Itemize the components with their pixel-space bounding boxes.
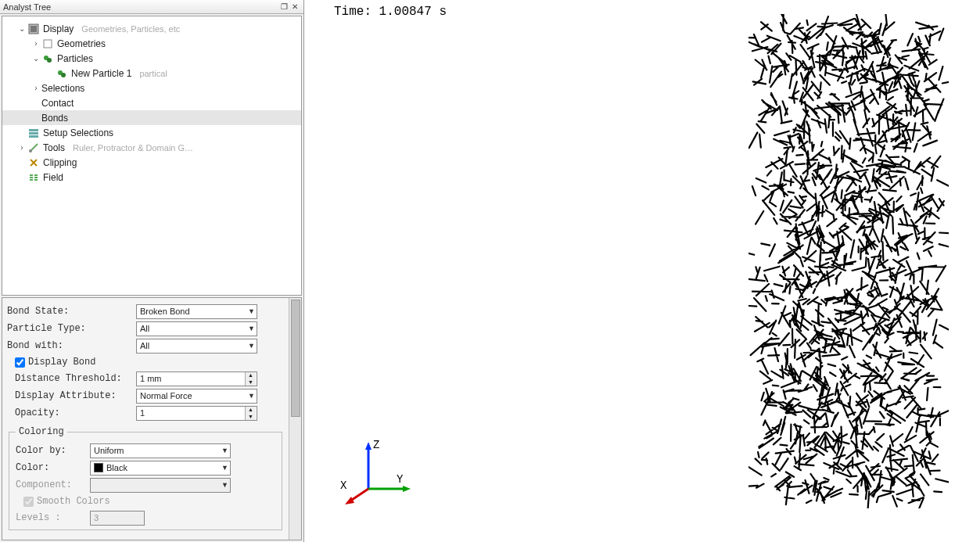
tree-item-display[interactable]: ⌄ Display Geometries, Particles, etc [2,21,301,36]
chevron-right-icon[interactable]: › [31,39,41,48]
component-label: Component: [16,479,90,490]
tools-icon [27,142,40,154]
particle-type-label: Particle Type: [7,323,136,334]
bond-state-dropdown[interactable]: Broken Bond ▼ [136,304,257,319]
chevron-down-icon: ▼ [248,325,255,332]
properties-pane: Bond State: Broken Bond ▼ Particle Type:… [2,297,302,540]
svg-rect-8 [29,132,38,135]
display-attribute-label: Display Attribute: [15,390,136,401]
svg-rect-7 [29,129,38,131]
axis-x-label: X [340,479,347,492]
viewport-3d[interactable]: Time: 1.00847 s Z Y X [304,0,980,542]
smooth-colors-checkbox [23,497,34,507]
tree-item-bonds[interactable]: · Bonds [2,110,301,125]
color-label: Color: [16,462,90,473]
particle-icon [56,67,68,80]
stepper-up-icon[interactable]: ▲ [245,407,256,414]
tree-item-tools[interactable]: › Tools Ruler, Protractor & Domain G… [2,140,301,155]
chevron-down-icon: ▼ [221,464,228,472]
svg-point-6 [61,73,66,77]
display-icon [27,23,40,35]
tree-item-clipping[interactable]: · Clipping [2,155,301,170]
svg-rect-9 [29,135,38,138]
chevron-right-icon[interactable]: › [31,84,41,92]
bond-with-dropdown[interactable]: All ▼ [136,339,257,354]
chevron-down-icon: ▼ [248,307,255,315]
stepper-up-icon[interactable]: ▲ [245,372,256,379]
stepper-down-icon[interactable]: ▼ [245,413,256,420]
svg-marker-14 [403,486,411,492]
undock-icon[interactable]: ❐ [278,2,289,13]
color-dropdown[interactable]: Black ▼ [90,461,231,476]
bond-visualization [748,14,949,508]
axis-y-label: Y [397,473,404,486]
smooth-colors-row: Smooth Colors [16,494,275,509]
tree-item-contact[interactable]: · Contact [2,95,301,110]
axis-z-label: Z [373,440,379,451]
levels-label: Levels : [16,512,90,523]
tree-item-setup-selections[interactable]: · Setup Selections [2,125,301,140]
tree-item-new-particle-1[interactable]: · New Particle 1 partical [2,66,301,81]
color-by-label: Color by: [16,445,90,456]
properties-scrollbar[interactable] [289,298,301,540]
color-by-dropdown[interactable]: Uniform ▼ [90,443,231,458]
svg-rect-2 [44,40,52,48]
svg-rect-1 [31,26,37,32]
geometries-icon [41,38,54,50]
display-bond-row[interactable]: Display Bond [7,354,284,370]
particle-type-dropdown[interactable]: All ▼ [136,321,257,336]
coloring-group: Coloring Color by: Uniform ▼ Color: Blac… [9,426,282,530]
distance-threshold-label: Distance Threshold: [15,373,136,384]
tree-item-geometries[interactable]: › Geometries [2,36,301,51]
levels-input: 3 [90,511,145,526]
component-dropdown: ▼ [90,478,231,493]
close-icon[interactable]: ✕ [289,2,300,13]
color-swatch-icon [94,463,103,472]
chevron-down-icon: ▼ [221,481,228,489]
bond-state-label: Bond State: [7,306,136,317]
field-icon [27,171,40,184]
panel-header: Analyst Tree ❐ ✕ [0,0,303,14]
chevron-down-icon[interactable]: ⌄ [16,24,27,33]
distance-threshold-input[interactable]: 1 mm ▲▼ [136,372,257,386]
chevron-down-icon: ▼ [248,342,255,350]
scrollbar-thumb[interactable] [291,300,300,417]
setup-selections-icon [27,127,40,139]
time-readout: Time: 1.00847 s [334,5,447,19]
svg-point-4 [47,58,52,63]
opacity-label: Opacity: [15,407,136,418]
svg-point-10 [29,149,32,153]
display-bond-checkbox[interactable] [15,357,25,368]
chevron-down-icon[interactable]: ⌄ [31,54,41,63]
tree-item-field[interactable]: · Field [2,170,301,185]
tree-view[interactable]: ⌄ Display Geometries, Particles, etc › G… [2,16,302,296]
display-attribute-dropdown[interactable]: Normal Force ▼ [136,389,257,404]
chevron-down-icon: ▼ [248,392,255,400]
opacity-input[interactable]: 1 ▲▼ [136,406,257,421]
particles-icon [41,52,54,65]
tree-item-particles[interactable]: ⌄ Particles [2,51,301,66]
axis-triad: Z Y X [336,440,414,511]
tree-item-selections[interactable]: › Selections [2,81,301,95]
bond-with-label: Bond with: [7,340,136,351]
panel-title: Analyst Tree [3,2,278,12]
clipping-icon [27,156,40,169]
chevron-right-icon[interactable]: › [16,143,27,152]
svg-marker-12 [365,442,372,450]
stepper-down-icon[interactable]: ▼ [245,379,256,386]
analyst-tree-panel: Analyst Tree ❐ ✕ ⌄ Display Geometries, P… [0,0,304,542]
chevron-down-icon: ▼ [221,447,228,454]
